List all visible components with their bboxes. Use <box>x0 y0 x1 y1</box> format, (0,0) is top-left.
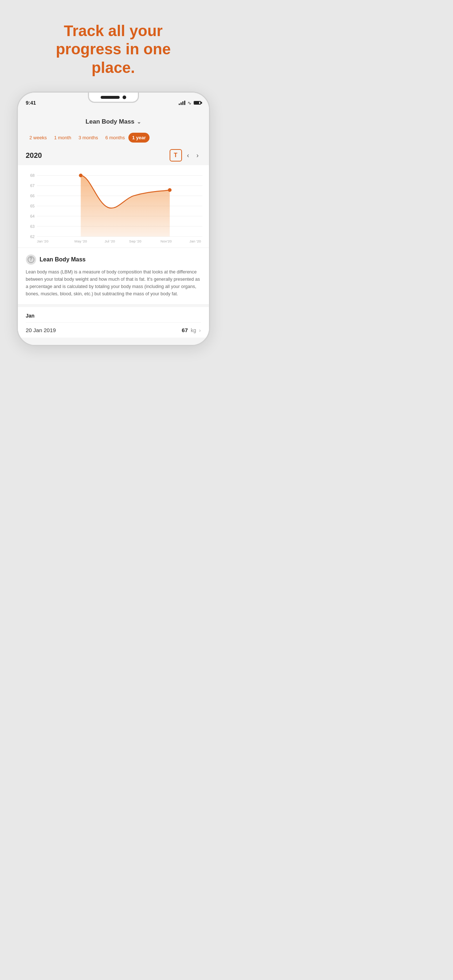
svg-point-23 <box>30 261 31 261</box>
notch-pill <box>100 96 120 99</box>
hero-text: Track all your progress in one place. <box>34 0 193 92</box>
svg-point-15 <box>168 188 171 192</box>
signal-icon <box>179 100 185 105</box>
status-time: 9:41 <box>26 100 36 106</box>
t-button[interactable]: T <box>170 149 182 162</box>
screen-title-text: Lean Body Mass <box>85 118 134 126</box>
record-value: 67 <box>182 327 188 333</box>
svg-text:65: 65 <box>30 204 34 208</box>
filter-1year[interactable]: 1 year <box>128 133 150 143</box>
record-row[interactable]: 20 Jan 2019 67 kg › <box>26 322 201 337</box>
svg-text:Sep '20: Sep '20 <box>129 239 142 243</box>
wifi-icon: ∿ <box>187 100 191 106</box>
svg-text:67: 67 <box>30 183 34 188</box>
lbm-icon <box>26 255 36 265</box>
svg-point-14 <box>79 174 83 178</box>
prev-arrow[interactable]: ‹ <box>185 150 191 161</box>
svg-text:Jul '20: Jul '20 <box>104 239 115 243</box>
svg-text:Nov'20: Nov'20 <box>161 239 172 243</box>
next-arrow[interactable]: › <box>195 150 201 161</box>
status-icons: ∿ <box>179 100 201 106</box>
info-description: Lean body mass (LBM) is a measure of bod… <box>26 268 201 298</box>
chart-svg-wrapper: 68 67 66 65 64 63 62 <box>24 170 203 245</box>
phone-notch <box>88 92 139 103</box>
filter-2weeks[interactable]: 2 weeks <box>26 133 51 143</box>
records-section: Jan 20 Jan 2019 67 kg › <box>18 304 209 337</box>
screen-title-bar: Lean Body Mass ⌄ <box>18 113 209 130</box>
info-section: Lean Body Mass Lean body mass (LBM) is a… <box>18 248 209 304</box>
status-bar: 9:41 ∿ <box>18 92 209 113</box>
year-label: 2020 <box>26 151 42 160</box>
phone-content: Lean Body Mass ⌄ 2 weeks 1 month 3 month… <box>18 113 209 345</box>
notch-dot <box>123 95 126 99</box>
svg-text:Jan '20: Jan '20 <box>189 239 201 243</box>
info-header: Lean Body Mass <box>26 255 201 265</box>
record-value-row: 67 kg › <box>182 327 201 333</box>
svg-text:63: 63 <box>30 224 34 229</box>
record-date: 20 Jan 2019 <box>26 327 56 333</box>
chevron-down-icon[interactable]: ⌄ <box>137 119 141 125</box>
record-unit: kg <box>191 328 196 333</box>
screen-title[interactable]: Lean Body Mass ⌄ <box>85 118 141 126</box>
filter-3months[interactable]: 3 months <box>75 133 101 143</box>
time-filter-bar: 2 weeks 1 month 3 months 6 months 1 year <box>18 130 209 147</box>
records-month: Jan <box>26 313 201 319</box>
svg-text:64: 64 <box>30 214 34 218</box>
svg-text:May '20: May '20 <box>74 239 87 243</box>
year-row: 2020 T ‹ › <box>18 147 209 165</box>
svg-text:Jan '20: Jan '20 <box>37 239 48 243</box>
filter-1month[interactable]: 1 month <box>50 133 75 143</box>
year-controls: T ‹ › <box>170 149 201 162</box>
svg-text:66: 66 <box>30 194 34 198</box>
phone-mockup: 9:41 ∿ Lean Body Mass ⌄ 2 weeks 1 m <box>17 92 210 346</box>
filter-6months[interactable]: 6 months <box>102 133 128 143</box>
record-chevron-right: › <box>199 328 201 333</box>
battery-icon <box>194 101 201 105</box>
battery-fill <box>195 102 199 104</box>
chart-container: 68 67 66 65 64 63 62 <box>18 165 209 248</box>
svg-text:62: 62 <box>30 234 34 239</box>
info-title: Lean Body Mass <box>40 256 86 263</box>
svg-text:68: 68 <box>30 173 34 178</box>
